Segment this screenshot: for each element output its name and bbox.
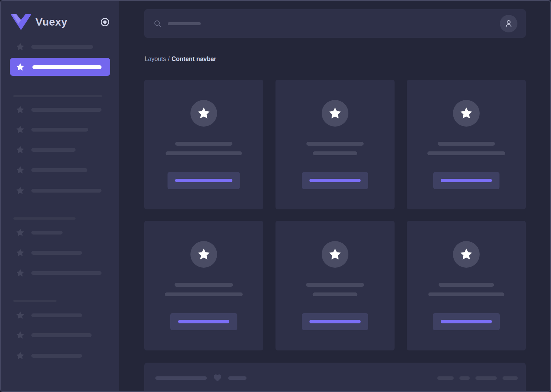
sidebar-item[interactable] <box>16 228 63 237</box>
footer-card <box>144 363 526 392</box>
star-icon <box>16 228 25 237</box>
footer-text-placeholder <box>228 376 246 380</box>
menu-label-placeholder <box>31 333 92 337</box>
star-icon <box>328 106 342 120</box>
app-window: Vuexy Layouts/Content <box>0 0 551 392</box>
sidebar: Vuexy <box>1 1 119 391</box>
card-text-placeholder <box>429 292 504 296</box>
star-icon <box>16 351 25 360</box>
sidebar-item[interactable] <box>16 125 88 134</box>
button-label-placeholder <box>309 320 361 323</box>
footer-link-placeholder[interactable] <box>475 376 497 380</box>
breadcrumb: Layouts/Content navbar <box>145 56 216 63</box>
button-label-placeholder <box>441 320 492 323</box>
user-avatar[interactable] <box>500 15 517 32</box>
sidebar-item[interactable] <box>16 186 102 195</box>
card-text-placeholder <box>166 151 242 155</box>
menu-label-placeholder <box>31 168 87 172</box>
breadcrumb-current: Content navbar <box>172 56 216 62</box>
placeholder-card <box>407 80 526 209</box>
sidebar-item[interactable] <box>16 331 92 340</box>
menu-label-placeholder <box>31 231 63 235</box>
placeholder-card <box>276 80 395 209</box>
star-icon <box>16 331 25 340</box>
star-avatar <box>190 100 217 127</box>
menu-section-divider <box>13 217 76 220</box>
card-title-placeholder <box>306 142 364 146</box>
star-icon <box>16 311 25 320</box>
sidebar-item[interactable] <box>16 248 82 257</box>
footer-text-placeholder <box>155 376 207 380</box>
footer-left-group <box>155 373 246 382</box>
search-input-placeholder[interactable] <box>168 22 201 25</box>
breadcrumb-parent[interactable]: Layouts <box>145 56 166 62</box>
star-avatar <box>190 241 217 268</box>
menu-label-placeholder <box>32 65 102 69</box>
star-icon <box>16 105 25 114</box>
card-action-button[interactable] <box>168 172 240 189</box>
card-title-placeholder <box>175 283 233 287</box>
sidebar-item[interactable] <box>16 268 102 278</box>
star-avatar <box>453 100 480 127</box>
footer-link-placeholder[interactable] <box>437 376 454 380</box>
star-icon <box>459 106 473 120</box>
star-avatar <box>322 100 348 127</box>
card-text-placeholder <box>313 151 357 155</box>
button-label-placeholder <box>309 179 361 182</box>
footer-link-placeholder[interactable] <box>503 376 518 380</box>
star-avatar <box>453 241 480 268</box>
star-icon <box>16 165 25 175</box>
menu-label-placeholder <box>31 251 82 255</box>
menu-label-placeholder <box>31 354 82 358</box>
card-action-button[interactable] <box>433 172 499 189</box>
star-icon <box>197 247 211 261</box>
sidebar-item[interactable] <box>16 311 82 320</box>
star-icon <box>16 63 25 72</box>
star-icon <box>16 42 25 51</box>
star-icon <box>16 125 25 134</box>
card-text-placeholder <box>427 151 505 155</box>
footer-right-group <box>437 373 518 382</box>
search-icon[interactable] <box>153 19 162 28</box>
heart-icon <box>213 373 222 382</box>
card-action-button[interactable] <box>302 172 368 189</box>
placeholder-card <box>276 221 395 350</box>
card-text-placeholder <box>313 292 358 296</box>
sidebar-item[interactable] <box>16 351 82 360</box>
sidebar-item[interactable] <box>16 145 76 154</box>
sidebar-item[interactable] <box>16 105 102 114</box>
button-label-placeholder <box>441 179 492 182</box>
star-icon <box>16 145 25 154</box>
card-title-placeholder <box>175 142 232 146</box>
star-icon <box>16 268 25 278</box>
card-action-button[interactable] <box>302 313 368 330</box>
card-title-placeholder <box>439 283 494 287</box>
star-icon <box>328 247 342 261</box>
sidebar-item[interactable] <box>16 42 93 51</box>
star-icon <box>459 247 473 261</box>
footer-link-placeholder[interactable] <box>459 376 470 380</box>
menu-label-placeholder <box>31 128 88 132</box>
placeholder-card <box>407 221 526 350</box>
card-text-placeholder <box>165 292 243 296</box>
card-action-button[interactable] <box>433 313 500 330</box>
card-action-button[interactable] <box>170 313 237 330</box>
sidebar-item[interactable] <box>16 165 87 175</box>
sidebar-item-active[interactable] <box>10 58 110 76</box>
star-icon <box>16 248 25 257</box>
menu-section-divider <box>13 300 56 302</box>
card-title-placeholder <box>306 283 364 287</box>
menu-label-placeholder <box>31 271 102 275</box>
breadcrumb-separator: / <box>168 56 169 62</box>
menu-label-placeholder <box>31 189 102 193</box>
button-label-placeholder <box>175 179 232 182</box>
top-navbar <box>144 9 526 38</box>
button-label-placeholder <box>178 320 229 323</box>
star-icon <box>16 186 25 195</box>
sidebar-menu <box>1 1 119 391</box>
menu-label-placeholder <box>31 108 102 112</box>
card-title-placeholder <box>438 142 495 146</box>
menu-section-divider <box>13 95 102 97</box>
star-avatar <box>322 241 348 268</box>
placeholder-card <box>144 80 263 209</box>
